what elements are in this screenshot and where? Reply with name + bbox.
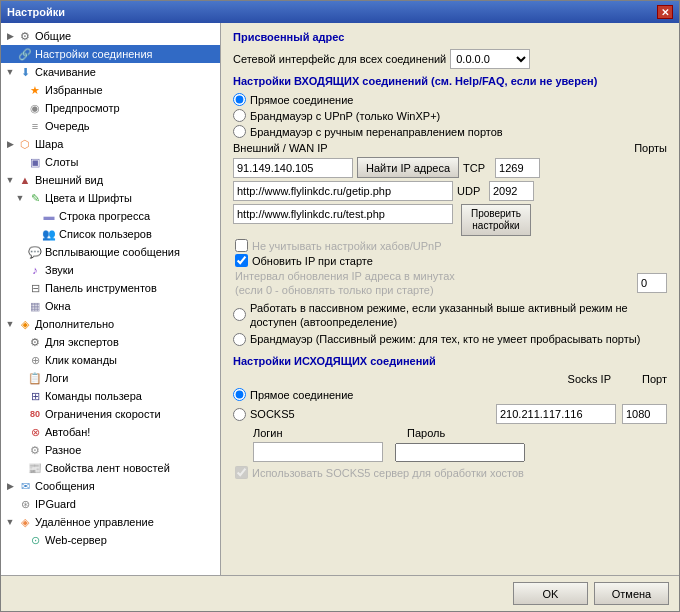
passive-mode2-row: Брандмауэр (Пассивный режим: для тех, кт… <box>233 332 667 346</box>
udp-port-input[interactable] <box>489 181 534 201</box>
ip-col: Внешний / WAN IP Порты Найти IP адреса T… <box>233 142 667 349</box>
radio-upnp[interactable] <box>233 109 246 122</box>
close-button[interactable]: ✕ <box>657 5 673 19</box>
sidebar-item-userlist[interactable]: 👥 Список пользеров <box>1 225 220 243</box>
usercmd-icon: ⊞ <box>27 388 43 404</box>
sidebar-item-clickcmd[interactable]: ⊕ Клик команды <box>1 351 220 369</box>
login-row: Логин Пароль <box>233 427 667 439</box>
check-hubs-upnp[interactable] <box>235 239 248 252</box>
sidebar-item-ipguard[interactable]: ⊛ IPGuard <box>1 495 220 513</box>
use-socks-row: Использовать SOCKS5 сервер для обработки… <box>233 466 667 479</box>
check-update-ip[interactable] <box>235 254 248 267</box>
login-input[interactable] <box>253 442 383 462</box>
sidebar-label-windows: Окна <box>45 300 71 312</box>
radio-manual[interactable] <box>233 125 246 138</box>
sidebar-item-speedlimit[interactable]: 80 Ограничения скорости <box>1 405 220 423</box>
verify-button[interactable]: Проверить настройки <box>461 204 531 236</box>
sidebar-item-toolbar[interactable]: ⊟ Панель инструментов <box>1 279 220 297</box>
expand-icon: ▼ <box>5 319 15 329</box>
radio-socks5[interactable] <box>233 408 246 421</box>
share-icon: ⬡ <box>17 136 33 152</box>
expand-icon <box>15 301 25 311</box>
msg-icon: ✉ <box>17 478 33 494</box>
test-row: Проверить настройки <box>233 204 667 236</box>
expand-icon <box>5 499 15 509</box>
sidebar-label-webserver: Web-сервер <box>45 534 107 546</box>
sidebar-label-sounds: Звуки <box>45 264 74 276</box>
wan-ip-input[interactable] <box>233 158 353 178</box>
sidebar-item-messages[interactable]: ▶ ✉ Сообщения <box>1 477 220 495</box>
expert-icon: ⚙ <box>27 334 43 350</box>
socks5-row: SOCKS5 <box>233 404 667 424</box>
eye-icon: ◉ <box>27 100 43 116</box>
sidebar-label-news: Свойства лент новостей <box>45 462 170 474</box>
find-ip-button[interactable]: Найти IP адреса <box>357 157 459 178</box>
plug-icon: 🔗 <box>17 46 33 62</box>
interval-input[interactable] <box>637 273 667 293</box>
sidebar-item-colors[interactable]: ▼ ✎ Цвета и Шрифты <box>1 189 220 207</box>
expand-icon <box>15 85 25 95</box>
sidebar: ▶ ⚙ Общие 🔗 Настройки соединения ▼ ⬇ Ска… <box>1 23 221 575</box>
expand-icon <box>15 427 25 437</box>
sidebar-item-remote[interactable]: ▼ ◈ Удалённое управление <box>1 513 220 531</box>
getip-url-input[interactable] <box>233 181 453 201</box>
sidebar-label-connections: Настройки соединения <box>35 48 153 60</box>
sidebar-item-progress[interactable]: ▬ Строка прогресса <box>1 207 220 225</box>
expand-icon <box>5 49 15 59</box>
radio-outgoing-direct[interactable] <box>233 388 246 401</box>
radio-outgoing-direct-label: Прямое соединение <box>250 389 353 401</box>
radio-socks5-label: SOCKS5 <box>250 408 295 420</box>
expand-icon <box>15 247 25 257</box>
sidebar-item-appearance[interactable]: ▼ ▲ Внешний вид <box>1 171 220 189</box>
sidebar-item-connections[interactable]: 🔗 Настройки соединения <box>1 45 220 63</box>
sidebar-item-queue[interactable]: ≡ Очередь <box>1 117 220 135</box>
expand-icon <box>29 211 39 221</box>
check-use-socks[interactable] <box>235 466 248 479</box>
radio-passive2[interactable] <box>233 333 246 346</box>
sidebar-item-autoban[interactable]: ⊗ Автобан! <box>1 423 220 441</box>
window-title: Настройки <box>7 6 65 18</box>
radio-passive[interactable] <box>233 308 246 321</box>
sidebar-label-usercmds: Команды пользера <box>45 390 142 402</box>
sidebar-item-slots[interactable]: ▣ Слоты <box>1 153 220 171</box>
udp-label: UDP <box>457 185 485 197</box>
sound-icon: ♪ <box>27 262 43 278</box>
sidebar-label-messages: Сообщения <box>35 480 95 492</box>
sidebar-item-preview[interactable]: ◉ Предпросмотр <box>1 99 220 117</box>
sidebar-item-general[interactable]: ▶ ⚙ Общие <box>1 27 220 45</box>
socks-ip-input[interactable] <box>496 404 616 424</box>
sidebar-item-news[interactable]: 📰 Свойства лент новостей <box>1 459 220 477</box>
password-input[interactable] <box>395 443 525 462</box>
sidebar-item-downloads[interactable]: ▼ ⬇ Скачивание <box>1 63 220 81</box>
radio-manual-label: Брандмауэр с ручным перенаправлением пор… <box>250 126 503 138</box>
sidebar-item-webserver[interactable]: ⊙ Web-сервер <box>1 531 220 549</box>
sidebar-label-favorites: Избранные <box>45 84 103 96</box>
interval-row: Интервал обновления IP адреса в минутах … <box>233 269 667 298</box>
check-hubs-upnp-label: Не учитывать настройки хабов/UPnP <box>252 240 442 252</box>
hubs-upnp-row: Не учитывать настройки хабов/UPnP <box>233 239 667 252</box>
passive-mode-label: Работать в пассивном режиме, если указан… <box>250 301 667 330</box>
test-url-input[interactable] <box>233 204 453 224</box>
sidebar-item-notifications[interactable]: 💬 Всплывающие сообщения <box>1 243 220 261</box>
network-interface-select[interactable]: 0.0.0.0 <box>450 49 530 69</box>
ok-button[interactable]: OK <box>513 582 588 605</box>
radio-direct[interactable] <box>233 93 246 106</box>
sidebar-item-sounds[interactable]: ♪ Звуки <box>1 261 220 279</box>
sidebar-item-favorites[interactable]: ★ Избранные <box>1 81 220 99</box>
sidebar-label-toolbar: Панель инструментов <box>45 282 157 294</box>
sidebar-item-misc[interactable]: ⚙ Разное <box>1 441 220 459</box>
sidebar-item-windows[interactable]: ▦ Окна <box>1 297 220 315</box>
tcp-port-input[interactable] <box>495 158 540 178</box>
cancel-button[interactable]: Отмена <box>594 582 669 605</box>
expand-icon <box>15 121 25 131</box>
log-icon: 📋 <box>27 370 43 386</box>
socks-port-input[interactable] <box>622 404 667 424</box>
star-icon: ★ <box>27 82 43 98</box>
expand-icon <box>15 445 25 455</box>
sidebar-item-logs[interactable]: 📋 Логи <box>1 369 220 387</box>
sidebar-item-usercmds[interactable]: ⊞ Команды пользера <box>1 387 220 405</box>
sidebar-item-share[interactable]: ▶ ⬡ Шара <box>1 135 220 153</box>
sidebar-item-advanced[interactable]: ▼ ◈ Дополнительно <box>1 315 220 333</box>
password-label: Пароль <box>407 427 497 439</box>
sidebar-item-experts[interactable]: ⚙ Для экспертов <box>1 333 220 351</box>
